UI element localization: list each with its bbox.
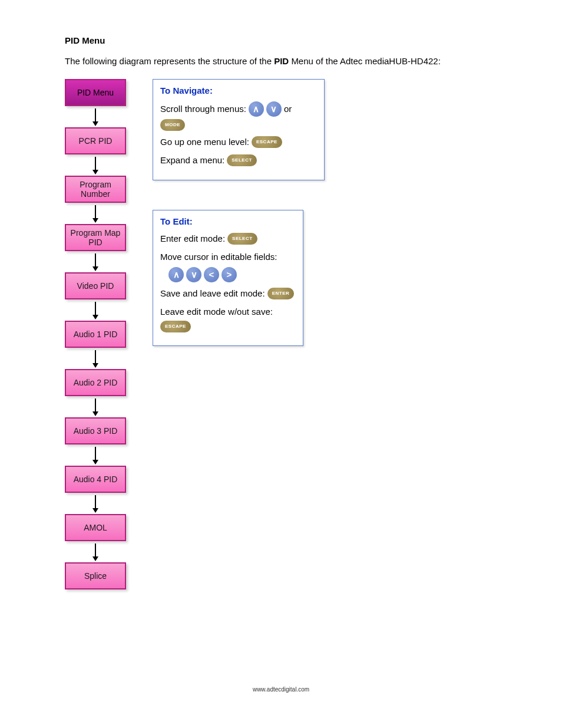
flow-node: Splice [65,562,126,589]
legend-row: Leave edit mode w/out save: ESCAPE [160,305,296,333]
flowchart: PID Menu PCR PID Program Number Program … [65,79,126,589]
arrow-icon [92,253,98,271]
down-arrow-button-icon: ∨ [266,101,282,117]
arrow-icon [92,398,98,416]
flow-node: Video PID [65,272,126,299]
arrow-icon [92,543,98,561]
arrow-icon [92,350,98,368]
arrow-icon [92,205,98,223]
save-leave-label: Save and leave edit mode: [160,287,265,301]
legend-row: Save and leave edit mode: ENTER [160,287,296,301]
flow-node: Audio 4 PID [65,466,126,493]
legend-row: Scroll through menus: ∧ ∨ or MODE [160,101,317,131]
arrow-icon [92,302,98,319]
flow-node: AMOL [65,514,126,541]
legend-edit-heading: To Edit: [160,216,296,226]
arrow-icon [92,157,98,174]
flow-node: Program Map PID [65,224,126,251]
flow-node: Audio 3 PID [65,417,126,444]
flow-node: Audio 1 PID [65,321,126,348]
arrow-icon [92,447,98,465]
arrow-icon [92,108,98,126]
legend-row: Expand a menu: SELECT [160,154,317,167]
right-arrow-button-icon: > [222,267,237,282]
legend-navigate: To Navigate: Scroll through menus: ∧ ∨ o… [153,79,325,180]
footer-url: www.adtecdigital.com [0,686,562,693]
arrow-icon [92,495,98,513]
intro-prefix: The following diagram represents the str… [65,56,274,66]
flow-node-root: PID Menu [65,79,126,106]
enter-button-icon: ENTER [267,288,295,299]
scroll-label: Scroll through menus: [160,103,246,116]
down-arrow-button-icon: ∨ [186,267,201,282]
flow-node: Program Number [65,176,126,203]
intro-suffix: Menu of the Adtec mediaHUB-HD422: [291,56,440,66]
legend-row: Move cursor in editable fields: ∧ ∨ < > [160,251,296,283]
up-arrow-button-icon: ∧ [249,101,264,117]
legend-row: Enter edit mode: SELECT [160,232,296,246]
content-row: PID Menu PCR PID Program Number Program … [65,79,497,589]
up-arrow-button-icon: ∧ [168,267,184,282]
escape-button-icon: ESCAPE [160,321,191,332]
escape-button-icon: ESCAPE [252,136,282,148]
legend-row: Go up one menu level: ESCAPE [160,136,317,149]
enter-edit-label: Enter edit mode: [160,232,225,246]
or-label: or [284,103,292,116]
legend-navigate-heading: To Navigate: [160,85,317,95]
expand-label: Expand a menu: [160,154,224,167]
flow-node: Audio 2 PID [65,369,126,396]
left-arrow-button-icon: < [204,267,219,282]
mode-button-icon: MODE [160,119,185,131]
legend-column: To Navigate: Scroll through menus: ∧ ∨ o… [153,79,325,346]
up-level-label: Go up one menu level: [160,136,249,149]
legend-edit: To Edit: Enter edit mode: SELECT Move cu… [153,210,303,346]
select-button-icon: SELECT [227,154,257,166]
intro-paragraph: The following diagram represents the str… [65,56,497,66]
flow-node: PCR PID [65,127,126,154]
page-title: PID Menu [65,35,497,45]
move-cursor-label: Move cursor in editable fields: [160,251,277,264]
intro-bold: PID [274,56,289,66]
select-button-icon: SELECT [227,233,257,245]
leave-wo-save-label: Leave edit mode w/out save: [160,305,273,319]
